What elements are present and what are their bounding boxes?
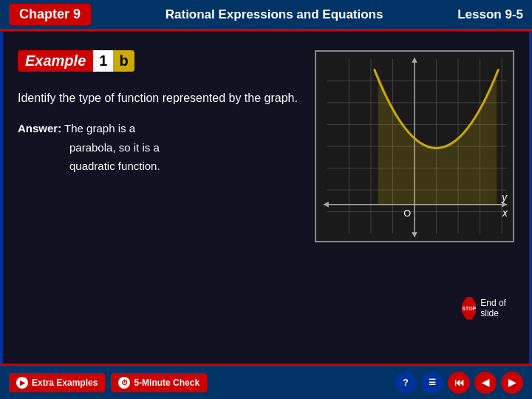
answer-label: Answer: — [18, 122, 61, 134]
svg-marker-20 — [412, 232, 417, 237]
prev-prev-button[interactable]: ⏮ — [448, 372, 470, 394]
extra-examples-icon: ▶ — [16, 377, 28, 389]
prev-button[interactable]: ◀ — [474, 372, 497, 394]
next-button[interactable]: ▶ — [501, 372, 523, 394]
example-sub: b — [113, 50, 134, 72]
answer-text: Answer: The graph is a parabola, so it i… — [18, 119, 300, 176]
example-number: 1 — [93, 50, 113, 72]
five-minute-check-label: 5-Minute Check — [134, 378, 200, 388]
extra-examples-button[interactable]: ▶ Extra Examples — [9, 373, 105, 392]
bottom-left-buttons: ▶ Extra Examples ⏱ 5-Minute Check — [9, 373, 207, 392]
graph-area: y x O — [315, 50, 514, 242]
lesson-label: Lesson 9-5 — [457, 7, 523, 22]
five-minute-check-button[interactable]: ⏱ 5-Minute Check — [111, 373, 207, 392]
graph-svg: y x O — [316, 52, 513, 241]
stop-icon: STOP — [462, 297, 476, 319]
main-content: Example 1 b Identify the type of functio… — [0, 31, 532, 364]
svg-text:y: y — [501, 192, 508, 203]
example-badge: Example 1 b — [18, 50, 300, 72]
chapter-label: Chapter 9 — [9, 4, 91, 25]
header-title: Rational Expressions and Equations — [91, 7, 457, 22]
answer-line1: The graph is a — [64, 122, 135, 134]
answer-line2: parabola, so it is a — [18, 138, 300, 157]
svg-text:O: O — [403, 208, 411, 219]
five-minute-check-icon: ⏱ — [118, 377, 130, 389]
header-bar: Chapter 9 Rational Expressions and Equat… — [0, 0, 532, 31]
question-text: Identify the type of function represente… — [18, 89, 300, 107]
answer-line3: quadratic function. — [18, 157, 300, 176]
example-prefix: Example — [18, 50, 93, 72]
svg-marker-19 — [412, 58, 417, 63]
extra-examples-label: Extra Examples — [32, 378, 98, 388]
help-button[interactable]: ? — [395, 372, 417, 394]
nav-buttons: ? ☰ ⏮ ◀ ▶ — [395, 372, 523, 394]
end-slide-text: End of slide — [480, 298, 507, 318]
svg-marker-18 — [324, 202, 329, 208]
bottom-bar: ▶ Extra Examples ⏱ 5-Minute Check ? ☰ ⏮ … — [0, 364, 532, 399]
text-area: Example 1 b Identify the type of functio… — [18, 43, 300, 352]
menu-button[interactable]: ☰ — [421, 372, 443, 394]
svg-text:x: x — [502, 208, 508, 219]
